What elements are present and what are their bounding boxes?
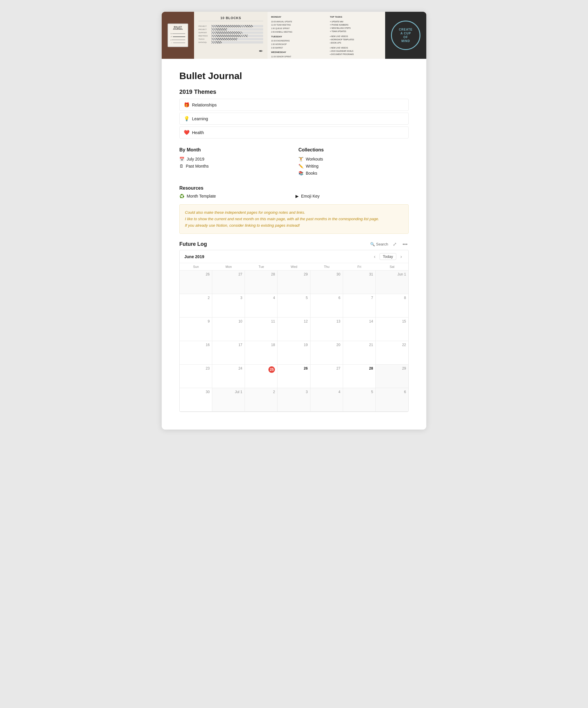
search-icon: 🔍 — [370, 242, 375, 246]
table-row[interactable]: 13 — [311, 318, 343, 341]
notebook-icon: BULLET JOURNAL × ✓ • → — [168, 24, 188, 47]
dow-thu: Thu — [311, 263, 343, 270]
search-button[interactable]: 🔍 Search — [370, 242, 388, 246]
prev-month-button[interactable]: ‹ — [372, 254, 377, 260]
future-log-actions: 🔍 Search ⤢ ••• — [370, 241, 409, 247]
table-row[interactable]: 24 — [212, 364, 245, 388]
health-emoji: ❤️ — [184, 130, 189, 135]
table-row[interactable]: 4 — [245, 294, 277, 318]
table-row[interactable]: 28 — [245, 270, 277, 294]
july-label: July 2019 — [187, 157, 204, 161]
hero-sticker: CREATEA CUPOFMIND — [385, 12, 426, 59]
table-row[interactable]: 6 — [376, 388, 408, 412]
expand-button[interactable]: ⤢ — [392, 241, 398, 247]
table-row[interactable]: 30 — [180, 388, 212, 412]
table-row[interactable]: 18 — [245, 341, 277, 364]
hero-middle-title: 10 BLOCKS — [199, 16, 263, 21]
table-row[interactable]: 10 — [212, 318, 245, 341]
table-row[interactable]: 19 — [277, 341, 310, 364]
table-row[interactable]: 3 — [277, 388, 310, 412]
notice-line2: I like to show the current and next mont… — [185, 216, 403, 222]
workouts-link[interactable]: 🏋️ Workouts — [298, 155, 409, 163]
table-row[interactable]: 27 — [311, 364, 343, 388]
july-2019-link[interactable]: 📅 July 2019 — [179, 155, 290, 163]
table-row[interactable]: 11 — [245, 318, 277, 341]
today-badge: 25 — [268, 366, 275, 373]
table-row[interactable]: 2 — [245, 388, 277, 412]
future-log-title: Future Log — [179, 241, 207, 247]
table-row[interactable]: 21 — [343, 341, 376, 364]
notice-box: Could also make these independent pages … — [179, 204, 409, 234]
calendar-nav: June 2019 ‹ Today › — [180, 250, 408, 263]
more-options-button[interactable]: ••• — [401, 241, 409, 247]
table-row[interactable]: 29 — [376, 364, 408, 388]
table-row[interactable]: 31 — [343, 270, 376, 294]
table-row[interactable]: 2 — [180, 294, 212, 318]
table-row[interactable]: 6 — [311, 294, 343, 318]
books-link[interactable]: 📚 Books — [298, 170, 409, 177]
table-row[interactable]: 5 — [343, 388, 376, 412]
past-months-link[interactable]: 🗓 Past Months — [179, 163, 290, 170]
future-log-header: Future Log 🔍 Search ⤢ ••• — [179, 241, 409, 247]
workouts-emoji: 🏋️ — [298, 157, 303, 161]
notice-line1: Could also make these independent pages … — [185, 209, 403, 216]
health-label: Health — [192, 130, 204, 135]
table-row[interactable]: 26 — [277, 364, 310, 388]
resources-heading: Resources — [179, 185, 409, 191]
month-template-link[interactable]: ♻️ Month Template — [179, 194, 293, 199]
table-row[interactable]: 20 — [311, 341, 343, 364]
table-row[interactable]: 28 — [343, 364, 376, 388]
table-row[interactable]: 16 — [180, 341, 212, 364]
table-row[interactable]: Jun 1 — [376, 270, 408, 294]
notice-line3: If you already use Notion, consider link… — [185, 222, 403, 229]
emoji-key-link[interactable]: ▶ Emoji Key — [295, 194, 409, 199]
table-row[interactable]: 7 — [343, 294, 376, 318]
table-row[interactable]: 29 — [277, 270, 310, 294]
collections-heading: Collections — [298, 147, 409, 153]
table-row[interactable]: 5 — [277, 294, 310, 318]
table-row[interactable]: 23 — [180, 364, 212, 388]
emoji-key-label: Emoji Key — [301, 194, 320, 199]
calendar-grid: 26 27 28 29 30 31 Jun 1 2 3 4 5 6 7 8 9 … — [180, 270, 408, 412]
learning-label: Learning — [192, 116, 208, 121]
table-row[interactable]: 30 — [311, 270, 343, 294]
hero-schedule: MONDAY 10:00 ANNUAL UPDATE 11:00 TEAM ME… — [268, 12, 326, 59]
emoji-key-arrow: ▶ — [295, 194, 299, 199]
table-row[interactable]: Jul 1 — [212, 388, 245, 412]
writing-label: Writing — [306, 164, 318, 169]
calendar-month-title: June 2019 — [184, 254, 204, 259]
table-row[interactable]: 22 — [376, 341, 408, 364]
today-button[interactable]: Today — [380, 253, 396, 260]
theme-item-health[interactable]: ❤️ Health — [179, 126, 409, 139]
relationships-emoji: 🎁 — [184, 102, 189, 108]
books-emoji: 📚 — [298, 171, 303, 176]
table-row[interactable]: 8 — [376, 294, 408, 318]
theme-item-relationships[interactable]: 🎁 Relationships — [179, 99, 409, 111]
next-month-button[interactable]: › — [399, 254, 404, 260]
two-col-section: By Month 📅 July 2019 🗓 Past Months Colle… — [179, 147, 409, 177]
table-row[interactable]: 9 — [180, 318, 212, 341]
page-container: BULLET JOURNAL × ✓ • → 10 BLOCKS PROJECT… — [162, 12, 426, 430]
page-title: Bullet Journal — [179, 70, 409, 82]
table-row[interactable]: 14 — [343, 318, 376, 341]
table-row[interactable]: 4 — [311, 388, 343, 412]
days-of-week-row: Sun Mon Tue Wed Thu Fri Sat — [180, 263, 408, 270]
table-row[interactable]: 12 — [277, 318, 310, 341]
today-cell[interactable]: 25 — [245, 364, 277, 388]
writing-link[interactable]: ✏️ Writing — [298, 163, 409, 170]
past-months-emoji: 🗓 — [179, 164, 183, 169]
table-row[interactable]: 26 — [180, 270, 212, 294]
dow-fri: Fri — [343, 263, 376, 270]
learning-emoji: 💡 — [184, 116, 189, 121]
table-row[interactable]: 3 — [212, 294, 245, 318]
table-row[interactable]: 15 — [376, 318, 408, 341]
theme-item-learning[interactable]: 💡 Learning — [179, 113, 409, 125]
table-row[interactable]: 17 — [212, 341, 245, 364]
dow-sat: Sat — [376, 263, 408, 270]
table-row[interactable]: 27 — [212, 270, 245, 294]
month-template-emoji: ♻️ — [179, 194, 184, 199]
search-label: Search — [376, 242, 388, 246]
hero-checklist: TOP TASKS × UPDATE NAV × PHONE NUMBERS ×… — [326, 12, 385, 59]
past-months-label: Past Months — [186, 164, 209, 169]
relationships-label: Relationships — [192, 102, 217, 107]
